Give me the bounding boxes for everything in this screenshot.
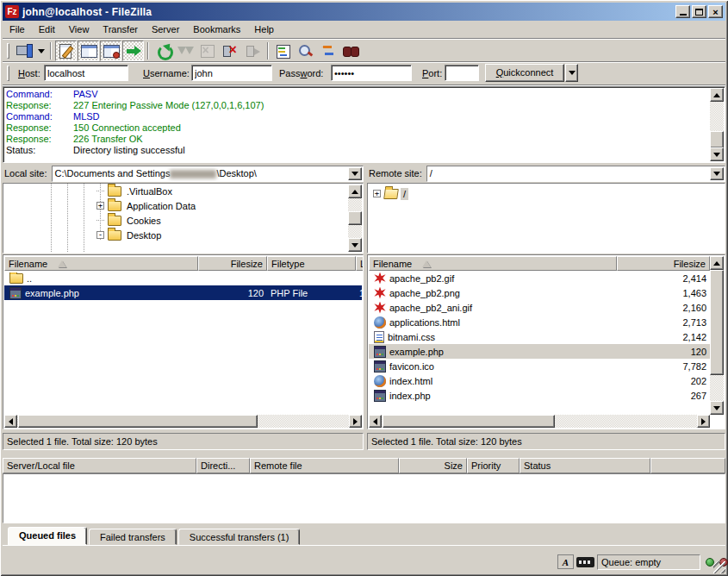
tab-failed-transfers[interactable]: Failed transfers [89, 529, 177, 545]
tree-item-desktop[interactable]: -Desktop [96, 228, 363, 242]
column-header-filetype[interactable]: Filetype [267, 256, 356, 271]
scroll-up-button[interactable] [710, 88, 724, 102]
resize-grip[interactable] [713, 561, 725, 573]
local-site-combobox[interactable]: C:\Documents and Settings\Desktop\ [52, 166, 364, 182]
remote-vertical-scrollbar[interactable] [710, 256, 724, 415]
tab-successful-transfers[interactable]: Successful transfers (1) [178, 529, 301, 545]
menu-view[interactable]: View [62, 22, 96, 36]
local-tree-scrollbar[interactable] [348, 185, 362, 252]
tree-item-virtualbox[interactable]: .VirtualBox [96, 184, 363, 198]
remote-site-combobox[interactable]: / [426, 166, 725, 182]
collapse-icon[interactable]: - [96, 231, 104, 239]
speed-limit-icon[interactable] [576, 557, 594, 567]
menu-transfer[interactable]: Transfer [96, 22, 145, 36]
column-header-status[interactable]: Status [520, 458, 650, 473]
directory-comparison-button[interactable] [295, 41, 316, 61]
file-row-parent-dir[interactable]: .. [4, 271, 362, 285]
local-site-dropdown[interactable] [348, 167, 362, 180]
remote-directory-tree[interactable]: +/ [367, 183, 725, 254]
tree-item-cookies[interactable]: Cookies [96, 213, 363, 228]
scroll-thumb[interactable] [18, 415, 258, 428]
scroll-left-button[interactable] [4, 415, 17, 428]
file-row[interactable]: apache_pb2.gif2,414 [369, 271, 710, 285]
remote-horizontal-scrollbar[interactable] [369, 415, 710, 428]
disconnect-button[interactable] [220, 41, 241, 61]
scroll-right-button[interactable] [349, 415, 362, 428]
process-queue-button[interactable] [175, 41, 196, 61]
file-row[interactable]: apache_pb2.png1,463 [369, 285, 710, 300]
site-manager-dropdown[interactable] [35, 41, 47, 61]
scroll-down-button[interactable] [710, 147, 724, 161]
synchronized-browsing-button[interactable] [317, 41, 339, 61]
tab-queued-files[interactable]: Queued files [8, 527, 87, 545]
queue-list[interactable] [3, 473, 725, 523]
scroll-up-button[interactable] [348, 185, 362, 198]
scroll-thumb[interactable] [383, 415, 555, 428]
menu-edit[interactable]: Edit [32, 22, 62, 36]
file-row[interactable]: index.html202 [369, 373, 710, 388]
local-file-list[interactable]: Filename Filesize Filetype L .. example.… [3, 254, 364, 429]
username-input[interactable] [191, 65, 272, 81]
column-header-filename[interactable]: Filename [369, 256, 617, 271]
remote-file-list[interactable]: Filename Filesize apache_pb2.gif2,414 ap… [367, 254, 725, 429]
file-row[interactable]: bitnami.css2,142 [369, 329, 710, 344]
toggle-local-tree-button[interactable] [78, 41, 99, 61]
toggle-remote-tree-button[interactable] [100, 41, 121, 61]
column-header-filename[interactable]: Filename [4, 256, 198, 271]
local-horizontal-scrollbar[interactable] [4, 415, 362, 428]
password-input[interactable] [331, 65, 412, 81]
toggle-transfer-queue-button[interactable] [122, 41, 144, 61]
host-input[interactable] [44, 65, 128, 81]
file-row[interactable]: index.php267 [369, 388, 710, 403]
menu-bookmarks[interactable]: Bookmarks [186, 22, 247, 36]
port-input[interactable] [445, 65, 479, 81]
menu-file[interactable]: File [3, 22, 32, 36]
file-row-example-php[interactable]: example.php120 [369, 344, 710, 359]
column-header-server-local-file[interactable]: Server/Local file [3, 458, 196, 473]
minimize-button[interactable] [675, 5, 690, 18]
find-files-button[interactable] [339, 41, 361, 61]
scroll-left-button[interactable] [369, 415, 382, 428]
local-directory-tree[interactable]: .VirtualBox +Application Data Cookies -D… [3, 183, 364, 254]
tree-item-root[interactable]: +/ [373, 186, 725, 201]
menu-server[interactable]: Server [145, 22, 186, 36]
scroll-thumb[interactable] [348, 211, 362, 225]
refresh-button[interactable] [152, 41, 174, 61]
scroll-down-button[interactable] [710, 401, 724, 415]
file-row[interactable]: applications.html2,713 [369, 315, 710, 329]
title-bar[interactable]: Fz john@localhost - FileZilla × [3, 3, 725, 21]
file-row-example-php[interactable]: example.php 120 PHP File 1 [4, 285, 362, 300]
column-header-size[interactable]: Size [399, 458, 467, 473]
scroll-thumb[interactable] [710, 131, 724, 148]
toggle-message-log-button[interactable] [55, 41, 77, 61]
scroll-thumb[interactable] [710, 270, 724, 375]
cancel-operation-button[interactable] [197, 41, 219, 61]
scroll-up-button[interactable] [710, 256, 724, 270]
column-header-filesize[interactable]: Filesize [617, 256, 710, 271]
close-button[interactable]: × [708, 5, 723, 18]
quickconnect-gripper[interactable] [7, 66, 9, 81]
column-header-direction[interactable]: Directi... [196, 458, 250, 473]
directory-listing-filters-button[interactable] [272, 41, 294, 61]
expand-icon[interactable]: + [373, 190, 381, 197]
quickconnect-dropdown[interactable] [565, 64, 578, 82]
column-header-priority[interactable]: Priority [467, 458, 520, 473]
column-header-last-modified[interactable]: L [356, 256, 364, 271]
column-header-remote-file[interactable]: Remote file [250, 458, 399, 473]
toolbar-gripper[interactable] [7, 43, 9, 59]
scroll-down-button[interactable] [348, 238, 362, 252]
file-row[interactable]: apache_pb2_ani.gif2,160 [369, 300, 710, 315]
message-log[interactable]: Command:PASV Response:227 Entering Passi… [3, 86, 725, 163]
remote-site-dropdown[interactable] [710, 167, 724, 180]
tree-item-application-data[interactable]: +Application Data [96, 198, 363, 213]
quickconnect-button[interactable]: Quickconnect [485, 64, 564, 82]
file-row[interactable]: favicon.ico7,782 [369, 359, 710, 373]
maximize-button[interactable] [692, 5, 706, 18]
expand-icon[interactable]: + [96, 202, 104, 210]
column-header-filesize[interactable]: Filesize [198, 256, 267, 271]
site-manager-button[interactable] [13, 41, 34, 61]
reconnect-button[interactable] [242, 41, 264, 61]
scroll-right-button[interactable] [697, 415, 710, 428]
menu-help[interactable]: Help [247, 22, 281, 36]
log-scrollbar[interactable] [710, 88, 724, 161]
